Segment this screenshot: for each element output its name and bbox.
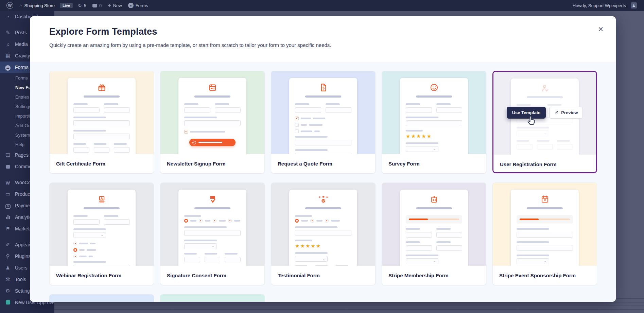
template-card-webinar-registration-form[interactable]: Webinar Registration Form xyxy=(49,182,154,285)
sidebar-item-label: Forms xyxy=(15,75,28,81)
wireframe-label xyxy=(406,117,462,118)
newsletter-icon xyxy=(184,83,241,92)
wireframe-progress-bar xyxy=(517,215,573,224)
gravity-forms-icon: ≡ xyxy=(128,3,134,8)
wireframe-two-columns xyxy=(406,103,462,113)
wireframe-label xyxy=(73,117,130,118)
template-card-gift-certificate-form[interactable]: Gift Certificate Form xyxy=(49,71,154,173)
preview-button[interactable]: Preview xyxy=(549,107,583,119)
template-card-testimonial-form[interactable]: ★★★★★Testimonial Form xyxy=(271,182,376,285)
plugins-icon: ⚲ xyxy=(4,253,11,259)
user-check-icon xyxy=(517,84,573,93)
wireframe-two-columns xyxy=(406,228,462,238)
home-icon: ⌂ xyxy=(19,3,22,8)
template-name: Newsletter Signup Form xyxy=(160,154,264,173)
thumbnail-wireframe-form: ✔ xyxy=(400,190,468,266)
wireframe-radio-row xyxy=(295,219,351,223)
wireframe-form-title xyxy=(305,207,341,209)
template-card-request-a-quote-form[interactable]: $✔Request a Quote Form xyxy=(271,71,376,173)
sidebar-item-label: Pages xyxy=(15,152,29,158)
wireframe-input xyxy=(184,120,241,126)
thumbnail-wireframe-form xyxy=(511,190,579,266)
modal-subtitle: Quickly create an amazing form by using … xyxy=(49,42,596,48)
update-icon: ↻ xyxy=(78,3,82,8)
wireframe-input xyxy=(295,153,351,154)
thumbnail-wireframe-form xyxy=(68,78,136,154)
posts-icon: ✎ xyxy=(4,30,11,36)
preview-label: Preview xyxy=(561,110,578,115)
wireframe-three-columns xyxy=(184,253,241,262)
template-card-newsletter-signup-form[interactable]: ✔✔Newsletter Signup Form xyxy=(160,71,265,173)
template-card-partial[interactable] xyxy=(49,294,154,302)
thumbnail-wireframe-form xyxy=(68,190,136,266)
template-thumbnail xyxy=(160,183,264,266)
account-menu[interactable]: Howdy, Support Wpexperts ♟ xyxy=(570,0,640,11)
admin-bar: W ⌂ Shopping Store Live ↻ 5 0 + New ≡ Fo… xyxy=(0,0,644,11)
template-card-signature-consent-form[interactable]: Signature Consent Form xyxy=(160,182,265,285)
wireframe-three-columns xyxy=(73,143,130,153)
avatar: ♟ xyxy=(631,2,637,8)
products-icon: ▭ xyxy=(4,191,11,197)
webinar-icon xyxy=(73,195,130,204)
template-thumbnail: $✔ xyxy=(271,71,375,154)
template-card-survey-form[interactable]: ★★★★★Survey Form xyxy=(382,71,486,173)
template-card-stripe-membership-form[interactable]: ✔Stripe Membership Form xyxy=(382,182,486,285)
wireframe-input xyxy=(295,230,351,236)
wireframe-select xyxy=(406,258,438,264)
thumbnail-wireframe-form: ★★★★★ xyxy=(289,190,357,266)
thumbnail-wireframe-form: ★★★★★ xyxy=(400,78,468,154)
wireframe-input xyxy=(406,120,462,126)
wireframe-select xyxy=(184,243,217,249)
template-thumbnail: Use TemplatePreview xyxy=(493,72,596,155)
close-icon[interactable]: ✕ xyxy=(596,24,606,35)
sidebar-item-label: Entries xyxy=(15,94,29,100)
cursor-pointer-icon xyxy=(526,115,537,126)
template-name: User Registration Form xyxy=(493,155,596,173)
wireframe-form-title xyxy=(194,95,230,98)
wp-logo-menu[interactable]: W xyxy=(3,0,16,11)
wireframe-form-title xyxy=(527,96,563,98)
users-icon: ♟ xyxy=(4,265,11,271)
form-templates-modal: Explore Form Templates Quickly create an… xyxy=(30,16,616,302)
thumbnail-wireframe-form: $✔ xyxy=(289,78,357,154)
wireframe-input xyxy=(73,120,130,126)
wireframe-label xyxy=(73,228,130,230)
modal-header: Explore Form Templates Quickly create an… xyxy=(30,16,616,62)
media-icon: ♫ xyxy=(4,41,11,47)
howdy-text: Howdy, Support Wpexperts xyxy=(573,3,626,8)
new-label: New xyxy=(113,3,122,8)
thumbnail-wireframe-form: ✔✔ xyxy=(178,78,246,154)
updates-menu[interactable]: ↻ 5 xyxy=(75,0,89,11)
sidebar-item-label: Tools xyxy=(15,277,26,282)
gravity-forms-menu[interactable]: ≡ Forms xyxy=(125,0,151,11)
update-count: 5 xyxy=(84,3,86,8)
new-content-menu[interactable]: + New xyxy=(105,0,125,11)
site-name: Shopping Store xyxy=(24,3,55,8)
thumbnail-wireframe-form xyxy=(178,190,246,266)
site-menu[interactable]: ⌂ Shopping Store xyxy=(16,0,58,11)
template-card-user-registration-form[interactable]: Use TemplatePreviewUser Registration For… xyxy=(492,71,597,173)
template-name: Testimonial Form xyxy=(271,266,375,285)
admin-bar-right: Howdy, Support Wpexperts ♟ xyxy=(570,0,644,11)
template-name: Gift Certificate Form xyxy=(50,154,154,173)
comment-count: 0 xyxy=(99,3,102,8)
wireframe-form-title xyxy=(416,207,452,209)
modal-title: Explore Form Templates xyxy=(49,27,596,37)
gift-icon xyxy=(73,83,130,92)
template-card-stripe-event-sponsorship-form[interactable]: Stripe Event Sponsorship Form xyxy=(492,182,597,285)
template-thumbnail xyxy=(50,71,154,154)
marketing-icon: ⚑ xyxy=(4,226,11,232)
template-card-partial[interactable] xyxy=(160,294,265,302)
template-name: Stripe Event Sponsorship Form xyxy=(493,266,597,285)
wireframe-select xyxy=(295,256,328,262)
wireframe-form-title xyxy=(305,95,341,98)
wireframe-input xyxy=(295,140,351,145)
modal-body: Gift Certificate Form✔✔Newsletter Signup… xyxy=(30,62,616,302)
wireframe-form-title xyxy=(194,207,230,209)
wireframe-input xyxy=(73,265,130,266)
comments-menu[interactable]: 0 xyxy=(89,0,105,11)
template-thumbnail xyxy=(493,183,597,266)
sidebar-item-label: Users xyxy=(15,265,28,271)
payments-icon: $ xyxy=(4,203,11,209)
wireframe-two-columns xyxy=(73,215,130,225)
